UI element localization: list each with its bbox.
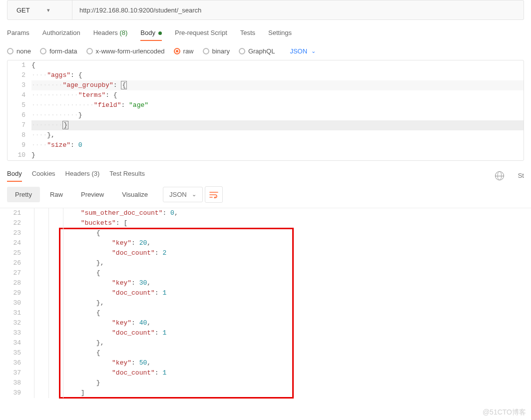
view-preview[interactable]: Preview xyxy=(73,187,112,202)
url-value: http://192.168.80.10:9200/student/_searc… xyxy=(79,6,201,14)
globe-icon[interactable] xyxy=(495,171,504,180)
res-tab-body[interactable]: Body xyxy=(7,170,22,181)
response-line: 23 { xyxy=(7,228,531,238)
tab-params[interactable]: Params xyxy=(7,29,29,40)
editor-line: 10} xyxy=(7,150,524,160)
request-body-editor[interactable]: 1{2····"aggs": {3········"age_groupby": … xyxy=(7,60,524,161)
res-tab-testresults[interactable]: Test Results xyxy=(109,170,145,181)
response-line: 30 }, xyxy=(7,298,531,308)
response-line: 26 }, xyxy=(7,258,531,268)
http-method-select[interactable]: GET ▾ xyxy=(7,0,72,19)
response-line: 36 "key": 50, xyxy=(7,358,531,368)
response-line: 31 { xyxy=(7,308,531,318)
response-line: 32 "key": 40, xyxy=(7,318,531,328)
request-tabs: Params Authorization Headers (8) Body Pr… xyxy=(0,20,531,40)
chevron-down-icon: ▾ xyxy=(47,7,50,13)
tab-authorization[interactable]: Authorization xyxy=(42,29,80,40)
editor-line: 4············"terms": { xyxy=(7,90,524,100)
response-line: 27 { xyxy=(7,268,531,278)
view-pretty[interactable]: Pretty xyxy=(7,187,40,202)
response-body-viewer[interactable]: 21 "sum_other_doc_count": 0,22 "buckets"… xyxy=(0,208,531,398)
chevron-down-icon: ⌄ xyxy=(192,191,196,198)
editor-line: 7········} xyxy=(7,120,524,130)
body-indicator-dot xyxy=(155,29,162,36)
response-format-select[interactable]: JSON ⌄ xyxy=(163,187,203,202)
radio-raw[interactable]: raw xyxy=(174,47,194,55)
response-line: 34 }, xyxy=(7,338,531,348)
radio-graphql[interactable]: GraphQL xyxy=(239,47,275,55)
tab-settings[interactable]: Settings xyxy=(268,29,292,40)
editor-line: 2····"aggs": { xyxy=(7,70,524,80)
view-visualize[interactable]: Visualize xyxy=(114,187,156,202)
response-line: 22 "buckets": [ xyxy=(7,218,531,228)
response-line: 25 "doc_count": 2 xyxy=(7,248,531,258)
chevron-down-icon: ⌄ xyxy=(311,48,316,54)
tab-body[interactable]: Body xyxy=(140,29,162,40)
body-type-row: none form-data x-www-form-urlencoded raw… xyxy=(0,40,531,60)
watermark: @51CTO博客 xyxy=(483,408,526,417)
editor-line: 5················"field": "age" xyxy=(7,100,524,110)
response-line: 33 "doc_count": 1 xyxy=(7,328,531,338)
radio-formdata[interactable]: form-data xyxy=(40,47,77,55)
response-view-modes: Pretty Raw Preview Visualize JSON ⌄ xyxy=(0,181,531,208)
url-input[interactable]: http://192.168.80.10:9200/student/_searc… xyxy=(72,0,524,19)
response-line: 28 "key": 30, xyxy=(7,278,531,288)
response-line: 21 "sum_other_doc_count": 0, xyxy=(7,208,531,218)
tab-headers[interactable]: Headers (8) xyxy=(93,29,128,40)
tab-tests[interactable]: Tests xyxy=(240,29,255,40)
editor-line: 9····"size": 0 xyxy=(7,140,524,150)
editor-line: 6············} xyxy=(7,110,524,120)
response-line: 24 "key": 20, xyxy=(7,238,531,248)
radio-xform[interactable]: x-www-form-urlencoded xyxy=(86,47,165,55)
response-line: 29 "doc_count": 1 xyxy=(7,288,531,298)
view-raw[interactable]: Raw xyxy=(42,187,71,202)
editor-line: 8····}, xyxy=(7,130,524,140)
body-format-select[interactable]: JSON ⌄ xyxy=(290,47,316,55)
status-truncated: St xyxy=(518,172,524,179)
res-tab-cookies[interactable]: Cookies xyxy=(32,170,55,181)
radio-binary[interactable]: binary xyxy=(203,47,230,55)
http-method-value: GET xyxy=(16,6,30,14)
editor-line: 1{ xyxy=(7,60,524,70)
response-line: 37 "doc_count": 1 xyxy=(7,368,531,378)
editor-line: 3········"age_groupby": { xyxy=(7,80,524,90)
request-url-bar: GET ▾ http://192.168.80.10:9200/student/… xyxy=(7,0,524,20)
response-line: 35 { xyxy=(7,348,531,358)
wrap-lines-button[interactable] xyxy=(205,186,223,203)
tab-prerequest[interactable]: Pre-request Script xyxy=(175,29,227,40)
radio-none[interactable]: none xyxy=(7,47,31,55)
response-line: 39 ] xyxy=(7,388,531,398)
response-tabs: Body Cookies Headers (3) Test Results St xyxy=(0,161,531,181)
res-tab-headers[interactable]: Headers (3) xyxy=(65,170,100,181)
response-line: 38 } xyxy=(7,378,531,388)
